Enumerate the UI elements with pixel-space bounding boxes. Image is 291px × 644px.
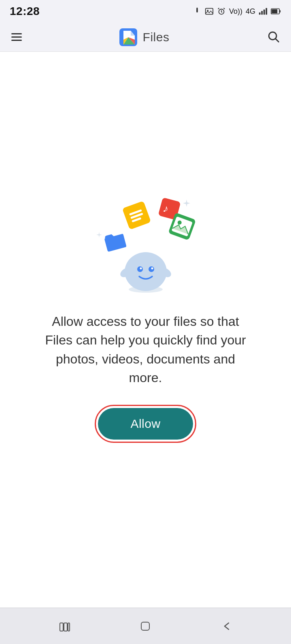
alarm-icon <box>217 7 226 16</box>
svg-marker-17 <box>183 200 190 207</box>
svg-rect-9 <box>263 9 265 15</box>
illustration-container: ♪ <box>93 196 198 293</box>
hamburger-menu[interactable] <box>8 30 25 44</box>
app-name: Files <box>143 30 170 44</box>
allow-button[interactable]: Allow <box>98 408 193 440</box>
svg-rect-7 <box>259 13 261 15</box>
description-text: Allow access to your files so that Files… <box>40 312 251 387</box>
search-icon <box>267 30 280 43</box>
svg-rect-2 <box>206 9 213 15</box>
search-button[interactable] <box>263 27 283 48</box>
svg-rect-38 <box>68 623 70 631</box>
vol-indicator: Vo)) <box>229 7 242 16</box>
mascot-illustration <box>117 240 174 293</box>
main-content: ♪ <box>0 52 291 608</box>
home-icon <box>139 620 152 633</box>
notification-icon <box>193 7 202 16</box>
app-bar: Files <box>0 23 291 52</box>
back-icon <box>220 620 233 633</box>
svg-rect-36 <box>60 623 63 631</box>
recent-apps-button[interactable] <box>50 616 79 637</box>
sparkle-icon <box>183 200 190 207</box>
recent-apps-icon <box>58 620 71 633</box>
svg-point-34 <box>140 267 142 269</box>
svg-rect-39 <box>141 622 149 630</box>
svg-rect-10 <box>266 8 267 15</box>
sparkle-icon-2 <box>96 232 102 238</box>
app-title-area: Files <box>119 28 170 46</box>
status-icons: Vo)) 4G <box>193 7 281 16</box>
svg-rect-12 <box>279 10 280 13</box>
battery-icon <box>271 7 281 16</box>
home-button[interactable] <box>131 616 160 637</box>
svg-marker-18 <box>96 232 102 238</box>
svg-point-32 <box>137 266 143 272</box>
svg-rect-1 <box>196 9 198 13</box>
app-logo <box>119 28 137 46</box>
photo-icon <box>205 7 214 16</box>
back-button[interactable] <box>212 616 241 637</box>
svg-line-5 <box>218 8 219 9</box>
svg-point-33 <box>149 266 154 272</box>
svg-rect-13 <box>272 9 277 13</box>
svg-rect-37 <box>64 623 67 631</box>
bottom-nav <box>0 608 291 644</box>
allow-button-wrapper: Allow <box>98 408 193 440</box>
document-icon <box>122 200 153 231</box>
svg-line-6 <box>223 8 225 9</box>
status-bar: 12:28 Vo)) 4G <box>0 0 291 23</box>
network-indicator: 4G <box>246 7 255 16</box>
svg-point-35 <box>151 267 153 269</box>
signal-icon <box>259 7 268 16</box>
status-time: 12:28 <box>10 5 40 18</box>
svg-rect-8 <box>261 11 263 15</box>
svg-line-16 <box>276 39 278 42</box>
